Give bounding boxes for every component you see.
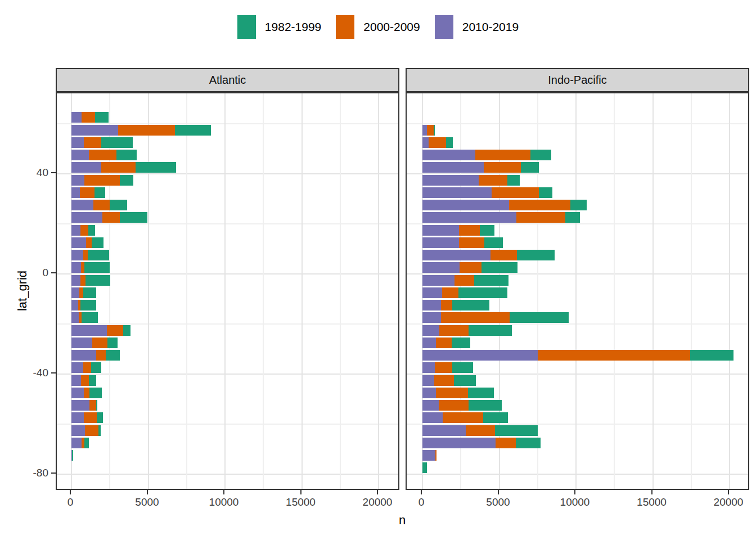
bar-segment-2000-2009 — [84, 388, 89, 398]
bar-segment-2000-2009 — [84, 137, 101, 148]
bar-row-lat--32.5 — [422, 350, 734, 361]
chart-canvas: 1982-19992000-20092010-2019 Atlantic Ind… — [0, 0, 756, 540]
x-axis-title: n — [399, 513, 406, 528]
bar-segment-2010-2019 — [422, 162, 484, 173]
bar-segment-1982-1999 — [106, 350, 119, 361]
bar-segment-2010-2019 — [71, 200, 93, 210]
bar-row-lat--42.5 — [71, 375, 96, 386]
legend-item: 2010-2019 — [435, 15, 519, 39]
bar-row-lat-37.5 — [71, 175, 133, 186]
bar-segment-1982-1999 — [86, 275, 110, 286]
bar-segment-1982-1999 — [507, 175, 520, 186]
bar-segment-1982-1999 — [565, 212, 580, 223]
bar-row-lat-22.5 — [71, 212, 147, 223]
bar-segment-2000-2009 — [509, 200, 570, 210]
bar-segment-2000-2009 — [102, 212, 120, 223]
legend-item: 1982-1999 — [237, 15, 321, 39]
gridline-x-minor — [186, 93, 187, 489]
bar-row-lat--67.5 — [71, 438, 89, 448]
bar-segment-2010-2019 — [71, 112, 82, 123]
bar-segment-2000-2009 — [459, 225, 479, 236]
gridline-y-major — [407, 474, 748, 475]
bar-segment-1982-1999 — [107, 338, 118, 348]
x-tick-label: 0 — [418, 496, 425, 508]
bar-segment-2010-2019 — [71, 412, 84, 423]
bar-segment-2010-2019 — [71, 312, 79, 323]
gridline-y-minor — [57, 424, 398, 425]
bar-segment-1982-1999 — [452, 362, 473, 373]
bar-row-lat--37.5 — [422, 362, 473, 373]
x-tick-label: 0 — [68, 496, 74, 508]
bar-segment-2000-2009 — [538, 350, 690, 361]
bar-segment-2010-2019 — [71, 137, 84, 148]
bar-row-lat-22.5 — [422, 212, 580, 223]
bar-row-lat--62.5 — [71, 425, 101, 436]
bar-segment-2010-2019 — [422, 438, 496, 448]
bar-segment-2000-2009 — [466, 425, 496, 436]
bar-segment-1982-1999 — [94, 187, 105, 198]
gridline-x-major — [148, 93, 149, 489]
bar-segment-2010-2019 — [71, 162, 101, 173]
x-tick-mark — [651, 490, 652, 494]
legend-key-swatch — [336, 15, 354, 39]
bar-segment-2000-2009 — [89, 400, 96, 411]
bar-row-lat-7.5 — [422, 250, 555, 260]
bar-row-lat--42.5 — [422, 375, 476, 386]
bar-segment-1982-1999 — [469, 400, 502, 411]
bar-row-lat--52.5 — [422, 400, 502, 411]
bar-segment-2000-2009 — [80, 275, 86, 286]
bar-segment-1982-1999 — [84, 438, 89, 448]
bar-row-lat-12.5 — [71, 237, 104, 248]
y-tick-mark — [51, 172, 56, 173]
bar-segment-2000-2009 — [435, 450, 437, 461]
bar-row-lat--12.5 — [422, 300, 489, 310]
bar-segment-2010-2019 — [71, 237, 86, 248]
facet-strip-label: Indo-Pacific — [548, 74, 607, 87]
gridline-y-major — [57, 374, 398, 375]
gridline-x-minor — [263, 93, 264, 489]
bar-segment-2010-2019 — [422, 137, 429, 148]
bar-row-lat-52.5 — [422, 137, 453, 148]
bar-row-lat-32.5 — [71, 187, 105, 198]
x-tick-mark — [70, 490, 71, 494]
bar-segment-1982-1999 — [434, 125, 435, 136]
bar-segment-2000-2009 — [436, 388, 468, 398]
facet-strip-atlantic: Atlantic — [56, 68, 399, 92]
bar-segment-2000-2009 — [83, 250, 88, 260]
bar-segment-1982-1999 — [469, 325, 512, 336]
x-tick-mark — [421, 490, 422, 494]
bar-row-lat-27.5 — [422, 200, 587, 210]
bar-row-lat--37.5 — [71, 362, 101, 373]
bar-segment-2000-2009 — [436, 338, 452, 348]
legend-label: 1982-1999 — [265, 20, 321, 34]
panel-atlantic — [56, 92, 399, 490]
bar-segment-1982-1999 — [690, 350, 734, 361]
bar-segment-2000-2009 — [439, 400, 469, 411]
bar-row-lat--12.5 — [71, 300, 96, 310]
y-tick-mark — [51, 472, 56, 474]
bar-segment-2010-2019 — [71, 262, 81, 273]
bar-segment-2010-2019 — [71, 362, 83, 373]
legend-label: 2010-2019 — [462, 20, 519, 34]
gridline-x-major — [224, 93, 226, 489]
bar-segment-2000-2009 — [83, 362, 91, 373]
bar-segment-1982-1999 — [89, 388, 102, 398]
bar-segment-2000-2009 — [84, 175, 120, 186]
x-tick-mark — [300, 490, 302, 494]
bar-segment-1982-1999 — [454, 375, 476, 386]
bar-row-lat--27.5 — [422, 338, 470, 348]
bar-segment-2010-2019 — [71, 150, 89, 160]
bar-row-lat-62.5 — [71, 112, 109, 123]
bar-segment-2010-2019 — [422, 262, 460, 273]
bar-segment-2010-2019 — [71, 175, 84, 186]
bar-segment-2000-2009 — [443, 412, 483, 423]
bar-segment-2000-2009 — [492, 187, 539, 198]
y-tick-label: 40 — [15, 166, 48, 179]
bar-row-lat--67.5 — [422, 438, 541, 448]
bar-segment-2010-2019 — [422, 175, 479, 186]
bar-segment-2000-2009 — [434, 375, 454, 386]
bar-segment-1982-1999 — [458, 287, 507, 298]
bar-segment-1982-1999 — [120, 212, 147, 223]
bar-segment-2000-2009 — [101, 162, 136, 173]
bar-row-lat--47.5 — [71, 388, 102, 398]
